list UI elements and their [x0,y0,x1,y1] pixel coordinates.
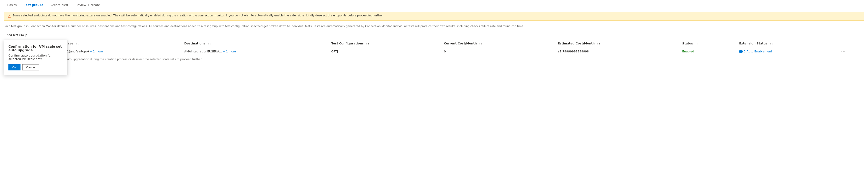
col-current-cost: Current Cost/Month ↑↓ [441,40,555,47]
sort-current-cost-icon[interactable]: ↑↓ [479,42,483,45]
sort-extension-icon[interactable]: ↑↓ [769,42,773,45]
data-table: Name ↑↓ Sources ↑↓ Destinations ↑↓ Test … [4,40,864,56]
sort-estimated-cost-icon[interactable]: ↑↓ [597,42,600,45]
extension-icon: ℹ [739,50,743,53]
col-extension-status: Extension Status ↑↓ [736,40,838,47]
col-actions-header [838,40,864,47]
row-estimated-cost-text: $1.79999999999998 [558,50,589,53]
row-extension-status: ℹ 3 Auto Enablement [736,47,838,56]
modal-dialog: Confirmation for VM scale set auto upgra… [4,40,67,70]
modal-body: Confirm auto upgradation for selected VM… [8,54,63,61]
tab-test-groups[interactable]: Test groups [20,1,47,9]
warning-icon: ⚠ [7,14,11,19]
table-container: Name ↑↓ Sources ↑↓ Destinations ↑↓ Test … [0,40,868,56]
sort-destinations-icon[interactable]: ↑↓ [207,42,211,45]
row-destinations: AMAIntegrationEU2EUA... + 1 more [182,47,329,56]
vm-warning-section: Watcher extension enablement. Kindly all… [4,58,864,61]
toolbar: Add Test Group [0,30,868,40]
sort-status-icon[interactable]: ↑↓ [695,42,699,45]
description-text: Each test group in Connection Monitor de… [0,22,868,30]
tab-create-alert[interactable]: Create alert [47,1,72,9]
col-sources: Sources ↑↓ [57,40,182,47]
row-destinations-more[interactable]: + 1 more [223,50,236,53]
extension-label-text: Auto Enablement [747,50,772,53]
modal-title: Confirmation for VM scale set auto upgra… [8,45,63,52]
extension-badge: ℹ 3 Auto Enablement [739,50,772,53]
sort-sources-icon[interactable]: ↑↓ [75,42,79,45]
row-destinations-text: AMAIntegrationEU2EUA... [184,50,222,53]
row-current-cost: 0 [441,47,555,56]
col-status: Status ↑↓ [679,40,736,47]
row-current-cost-text: 0 [444,50,446,53]
col-destinations: Destinations ↑↓ [182,40,329,47]
row-status: Enabled [679,47,736,56]
row-sources: Vnet1(anu/aintopo) + 2 more [57,47,182,56]
tab-basics[interactable]: Basics [4,1,20,9]
table-row: SCFAC Vnet1(anu/aintopo) + 2 more AMAInt… [4,47,864,56]
row-test-configurations: GFTJ [329,47,441,56]
add-test-group-button[interactable]: Add Test Group [4,32,30,38]
warning-banner: ⚠ Some selected endpoints do not have th… [4,12,864,21]
col-test-configurations: Test Configurations ↑↓ [329,40,441,47]
modal-cancel-button[interactable]: Cancel [22,64,39,70]
warning-text: Some selected endpoints do not have the … [12,14,383,17]
row-status-text: Enabled [682,50,694,53]
col-estimated-cost: Estimated Cost/Month ↑↓ [555,40,679,47]
network-watcher-section: Enable Network watcher extension i [0,63,868,70]
tabs-bar: Basics Test groups Create alert Review +… [0,0,868,10]
modal-actions: OK Cancel [8,64,63,70]
row-more-actions: ··· [838,47,864,56]
row-estimated-cost: $1.79999999999998 [555,47,679,56]
modal-ok-button[interactable]: OK [8,64,21,70]
row-test-config-text: GFTJ [331,50,338,53]
tab-review-create[interactable]: Review + create [72,1,104,9]
row-sources-more[interactable]: + 2 more [90,50,102,53]
extension-count: 3 [744,50,745,53]
more-actions-button[interactable]: ··· [841,49,846,54]
sort-test-config-icon[interactable]: ↑↓ [366,42,370,45]
